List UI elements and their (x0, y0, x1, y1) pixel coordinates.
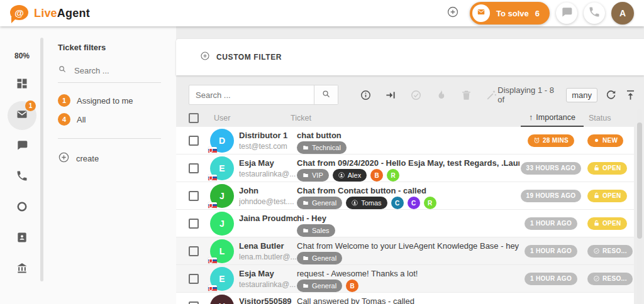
dashboard-icon (16, 77, 28, 92)
user-cell: Esja Maytestauralinka@... (239, 155, 297, 182)
liveagent-app: @ LiveAgent To solve 6 A 80% 1 (0, 0, 644, 304)
row-checkbox[interactable] (189, 136, 199, 146)
filter-assigned-to-me[interactable]: 1 Assigned to me (58, 94, 161, 107)
column-importance[interactable]: ↑Importance (521, 109, 584, 127)
to-solve-button[interactable]: To solve 6 (470, 2, 550, 24)
ticket-tag-folder: Technical (297, 141, 347, 154)
sidebar-item-chats[interactable] (0, 131, 44, 161)
user-name: Esja May (239, 269, 297, 278)
user-name: Visitor550589 (239, 296, 297, 304)
ticket-search-input[interactable] (189, 85, 314, 104)
check-circle-icon (593, 247, 600, 254)
filter-label: Assigned to me (77, 96, 133, 106)
ticket-row[interactable]: LLena Butlerlena.m.butler@...Chat from W… (176, 237, 634, 265)
chat-bubble-icon (560, 6, 573, 21)
ticket-row[interactable]: JJaina Proudmo...hi - HeySales1 HOUR AGO… (176, 210, 634, 237)
user-email: testauralinka@... (239, 170, 297, 178)
user-avatar: E (210, 267, 234, 291)
ticket-searchbox (189, 85, 338, 105)
ticket-tag-folder: General (297, 197, 342, 209)
row-checkbox[interactable] (189, 191, 199, 201)
filters-search (58, 65, 161, 83)
slovakia-flag-icon (208, 258, 217, 264)
importance-cell: 1 HOUR AGO (519, 217, 582, 230)
agent-badge: R (387, 169, 399, 182)
ticket-count-badge: 1 (25, 100, 36, 111)
importance-cell: 33 HOURS AGO (519, 162, 582, 175)
ticket-row[interactable]: VVisitor550589Call answered by Tomas - c… (176, 293, 634, 304)
user-email: testauralinka@... (239, 280, 297, 289)
ticket-subject: Chat from Welcome to your LiveAgent Know… (297, 241, 519, 251)
delete-trash-icon[interactable] (460, 89, 472, 101)
refresh-icon[interactable] (605, 89, 617, 101)
row-checkbox[interactable] (189, 163, 199, 173)
filter-all[interactable]: 4 All (58, 113, 161, 126)
top-header: @ LiveAgent To solve 6 A (0, 0, 644, 26)
displaying-text: Displaying 1 - 8 of (497, 85, 558, 104)
row-checkbox[interactable] (189, 274, 199, 284)
row-checkbox[interactable] (189, 246, 199, 256)
ticket-row[interactable]: DDistributor 1test@test.comchat buttonTe… (176, 127, 634, 155)
ticket-row[interactable]: JJohnjohndoe@test....Chat from Contact b… (176, 182, 634, 210)
slovakia-flag-icon (208, 175, 217, 181)
page-size-selector[interactable]: many (566, 88, 597, 102)
sidebar-item-contacts[interactable] (0, 223, 44, 254)
ticket-cell: hi - HeySales (297, 210, 519, 237)
agent-badge: C (391, 197, 404, 209)
filters-search-input[interactable] (74, 66, 150, 75)
slovakia-flag-icon (208, 202, 217, 209)
user-name: John (239, 186, 297, 195)
sidebar-item-social[interactable] (0, 192, 44, 223)
select-all-checkbox[interactable] (189, 113, 199, 123)
ticket-tags: Sales (297, 224, 519, 237)
status-cell: OPEN (587, 190, 634, 202)
importance-cell: 1 HOUR AGO (519, 245, 582, 258)
status-pill: OPEN (587, 190, 627, 202)
row-checkbox[interactable] (189, 219, 199, 229)
slovakia-flag-icon (208, 285, 217, 291)
column-user: User (214, 114, 291, 122)
sidebar-item-tickets[interactable]: 1 (0, 100, 44, 131)
sidebar-item-calls[interactable] (0, 161, 44, 192)
transfer-icon[interactable] (385, 89, 397, 101)
user-avatar[interactable]: A (611, 2, 634, 24)
magic-wand-icon[interactable] (486, 89, 497, 101)
status-cell: RESO... (587, 273, 634, 285)
list-scrollbar[interactable] (637, 109, 642, 304)
liveagent-logo[interactable]: @ LiveAgent (10, 5, 90, 21)
dot-icon (593, 137, 600, 144)
add-new-button[interactable] (442, 3, 464, 24)
phone-icon (16, 170, 28, 185)
ticket-list: DDistributor 1test@test.comchat buttonTe… (176, 127, 634, 304)
search-icon (321, 89, 331, 101)
info-icon[interactable] (360, 89, 372, 101)
ticket-tag-person: Tomas (346, 197, 387, 209)
create-filter-button[interactable]: create (58, 151, 161, 165)
user-email: lena.m.butler@... (239, 252, 297, 261)
ticket-subject: Chat from Contact button - called (297, 186, 519, 195)
custom-filter-button[interactable]: CUSTOM FILTER (216, 53, 282, 62)
column-status[interactable]: Status (589, 114, 634, 122)
spam-flame-icon[interactable] (435, 89, 447, 101)
importance-pill: 19 HOURS AGO (521, 190, 582, 202)
user-avatar: E (210, 156, 234, 180)
table-header: User Ticket ↑Importance Status (176, 109, 634, 127)
resolve-check-icon[interactable] (410, 89, 422, 101)
list-scrollbar-thumb[interactable] (637, 122, 642, 239)
ticket-tags: VIPAlexBR (297, 169, 519, 182)
user-avatar: D (210, 129, 234, 153)
sidebar-item-company[interactable] (0, 254, 44, 285)
user-cell: Esja Maytestauralinka@... (239, 265, 297, 292)
ticket-row[interactable]: EEsja Maytestauralinka@...Chat from 09/2… (176, 155, 634, 182)
check-circle-icon (593, 275, 600, 282)
sidebar-item-dashboard[interactable] (0, 69, 44, 100)
rail-scrollbar[interactable] (40, 38, 43, 281)
filter-label: All (77, 115, 86, 124)
chat-button[interactable] (556, 3, 577, 24)
phone-button[interactable] (584, 3, 605, 24)
ticket-row[interactable]: EEsja Maytestauralinka@...request - Awes… (176, 265, 634, 293)
search-submit-button[interactable] (314, 85, 338, 104)
ticket-tags: General (297, 252, 519, 264)
scroll-top-icon[interactable] (625, 89, 636, 101)
row-checkbox[interactable] (189, 301, 199, 304)
